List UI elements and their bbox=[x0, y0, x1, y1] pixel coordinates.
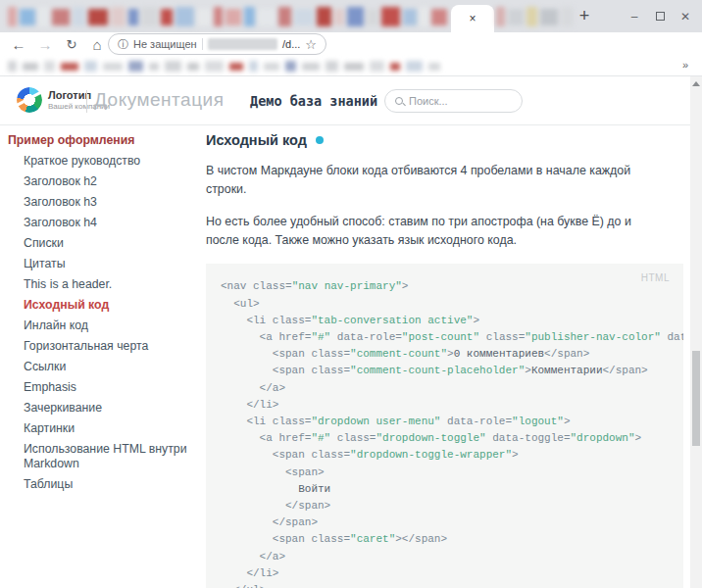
search-icon bbox=[395, 97, 403, 105]
back-icon[interactable]: ← bbox=[6, 32, 31, 57]
code-block: HTML <nav class="nav nav-primary"> <ul> … bbox=[206, 264, 683, 588]
sidebar-item[interactable]: Заголовок h3 bbox=[8, 195, 188, 210]
url-suffix: /d... bbox=[282, 38, 300, 50]
scrollbar-up-icon[interactable] bbox=[692, 81, 700, 86]
home-icon[interactable]: ⌂ bbox=[84, 32, 110, 57]
app-title: Документация bbox=[94, 89, 224, 111]
redacted-tabs[interactable] bbox=[8, 5, 449, 28]
code-content: <nav class="nav nav-primary"> <ul> <li c… bbox=[206, 264, 683, 588]
minimize-icon[interactable]: – bbox=[622, 0, 647, 32]
status-dot-icon bbox=[316, 136, 324, 144]
scrollbar-thumb[interactable] bbox=[692, 351, 700, 446]
sidebar-item[interactable]: Использование HTML внутри Markdown bbox=[8, 442, 188, 471]
bookmark-star-icon[interactable]: ☆ bbox=[305, 37, 317, 52]
bookmarks-bar: » bbox=[0, 57, 702, 76]
paragraph: В чистом Маркдауне блоки кода отбиваются… bbox=[206, 162, 653, 199]
logo-title[interactable]: Логотип bbox=[48, 89, 91, 101]
site-header: Логотип Вашей компании Документация Демо… bbox=[0, 76, 690, 125]
sidebar-item[interactable]: Инлайн код bbox=[8, 318, 188, 333]
sidebar-item[interactable]: Таблицы bbox=[8, 477, 188, 492]
close-icon[interactable]: ✕ bbox=[673, 0, 698, 32]
sidebar-item[interactable]: This is a header. bbox=[8, 277, 188, 292]
reload-icon[interactable]: ↻ bbox=[59, 32, 84, 57]
site-name-link[interactable]: Демо база знаний bbox=[250, 93, 377, 109]
sidebar-item[interactable]: Заголовок h4 bbox=[8, 216, 188, 230]
sidebar-item[interactable]: Зачеркивание bbox=[8, 401, 188, 416]
window-controls: – ✕ bbox=[622, 0, 698, 32]
sidebar-item[interactable]: Исходный код bbox=[8, 298, 188, 313]
sidebar-item[interactable]: Горизонтальная черта bbox=[8, 339, 188, 354]
tab-close-icon[interactable]: × bbox=[469, 13, 476, 24]
page-title: Исходный код bbox=[206, 132, 684, 148]
search-input[interactable]: Поиск... bbox=[384, 89, 523, 113]
sidebar-item[interactable]: Пример оформления bbox=[8, 133, 188, 148]
search-placeholder: Поиск... bbox=[409, 95, 448, 107]
redacted-tabs-right[interactable] bbox=[496, 5, 575, 28]
sidebar-item[interactable]: Заголовок h2 bbox=[8, 174, 188, 189]
browser-tab-bar: × + – ✕ bbox=[0, 0, 702, 32]
page-scrollbar[interactable] bbox=[690, 76, 702, 588]
bookmarks-overflow-icon[interactable]: » bbox=[682, 59, 688, 71]
security-label: Не защищен bbox=[133, 38, 197, 50]
sidebar-item[interactable]: Картинки bbox=[8, 421, 188, 436]
page-viewport: Логотип Вашей компании Документация Демо… bbox=[0, 76, 702, 588]
header-divider bbox=[86, 90, 87, 113]
sidebar-list: Пример оформленияКраткое руководствоЗаго… bbox=[8, 133, 188, 492]
redacted-url bbox=[208, 38, 277, 50]
sidebar-item[interactable]: Emphasis bbox=[8, 380, 188, 395]
new-tab-button[interactable]: + bbox=[573, 4, 596, 27]
redacted-bookmarks[interactable] bbox=[8, 60, 606, 73]
sidebar-item[interactable]: Списки bbox=[8, 236, 188, 251]
sidebar-item[interactable]: Цитаты bbox=[8, 257, 188, 271]
active-tab[interactable]: × bbox=[451, 5, 494, 32]
sidebar-nav: Пример оформленияКраткое руководствоЗаго… bbox=[0, 126, 206, 588]
address-bar[interactable]: ⓘ Не защищен /d... ☆ bbox=[108, 33, 326, 55]
sidebar-item[interactable]: Ссылки bbox=[8, 360, 188, 374]
browser-toolbar: ← → ↻ ⌂ ⓘ Не защищен /d... ☆ ⋮ bbox=[0, 32, 702, 57]
info-icon[interactable]: ⓘ bbox=[118, 37, 128, 52]
forward-icon[interactable]: → bbox=[32, 32, 58, 57]
page-title-text: Исходный код bbox=[206, 132, 307, 148]
maximize-icon[interactable] bbox=[647, 0, 673, 32]
code-language-badge: HTML bbox=[641, 272, 670, 283]
address-divider bbox=[202, 38, 203, 50]
paragraph: Но есть более удобный способ: ставим по … bbox=[206, 213, 653, 250]
sidebar-item[interactable]: Краткое руководство bbox=[8, 154, 188, 169]
article: Исходный код В чистом Маркдауне блоки ко… bbox=[206, 126, 684, 588]
